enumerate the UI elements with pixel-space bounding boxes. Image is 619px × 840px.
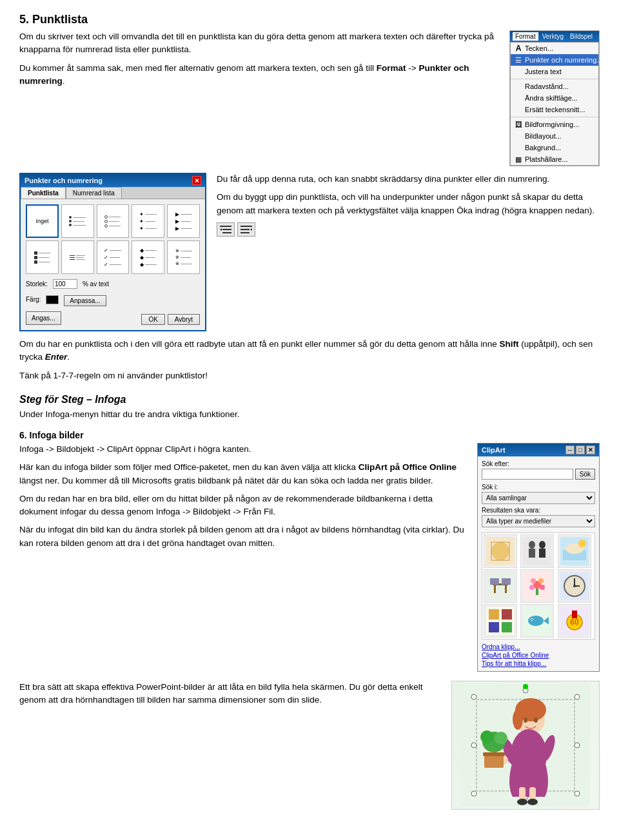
soik-i-dropdown[interactable]: Alla samlingar — [482, 492, 595, 504]
clipart-cell-7[interactable] — [484, 604, 517, 638]
svg-point-37 — [573, 585, 576, 587]
format-menu-title-bar: Format Verktyg Bildspel Fönst — [510, 31, 599, 42]
clipart-panel: ClipArt ─ □ ✕ Sök efter: Sök Sök i: Alla… — [477, 443, 600, 672]
clipart-cell-9[interactable]: 60 — [558, 604, 591, 638]
bullet-cell-custom[interactable]: ※ ※ ※ — [167, 240, 200, 274]
svg-point-30 — [529, 585, 535, 590]
bullet-cell-dashes[interactable] — [61, 240, 94, 274]
menu-item-justera[interactable]: Justera text — [511, 66, 598, 77]
tab-punktlista[interactable]: Punktlista — [21, 187, 66, 199]
section2-title: Steg för Steg – Infoga — [19, 394, 600, 405]
section3-p5: Ett bra sätt att skapa effektiva PowerPo… — [19, 681, 441, 707]
tips-link[interactable]: Tips för att hitta klipp... — [482, 660, 595, 667]
section3-content: Infoga -> Bildobjekt -> ClipArt öppnar C… — [19, 443, 600, 672]
clipart-minimize-btn[interactable]: ─ — [565, 445, 575, 454]
size-unit: % av text — [83, 280, 109, 288]
bullet-dots-8: ◆ ◆ ◆ — [140, 248, 157, 268]
tecken-icon: A — [513, 44, 524, 53]
bullet-cell-squares[interactable] — [26, 240, 59, 274]
menu-item-bakgrund[interactable]: Bakgrund... — [511, 142, 598, 153]
svg-point-55 — [575, 694, 580, 699]
svg-rect-15 — [539, 549, 545, 558]
svg-rect-6 — [241, 232, 250, 233]
clipart-img-2 — [523, 537, 551, 565]
bullet-cell-open[interactable] — [97, 204, 130, 238]
menu-item-radavstand[interactable]: Radavstånd... — [511, 81, 598, 92]
menu-item-bildlayout[interactable]: Bildlayout... — [511, 130, 598, 142]
menu-item-andra[interactable]: Ändra skiftläge... — [511, 92, 598, 104]
section3-p5-col: Ett bra sätt att skapa effektiva PowerPo… — [19, 681, 441, 712]
clipart-img-9: 60 — [560, 607, 589, 635]
ok-button[interactable]: OK — [141, 314, 164, 325]
svg-rect-22 — [494, 585, 496, 593]
svg-point-56 — [575, 743, 580, 748]
clipart-footer: Ordna klipp... ClipArt på Office Online … — [482, 643, 595, 667]
svg-marker-3 — [220, 228, 222, 231]
increase-indent-icon[interactable] — [237, 222, 255, 237]
bullet-cell-none[interactable]: Inget — [26, 204, 59, 238]
decrease-indent-icon[interactable] — [217, 222, 235, 237]
svg-point-9 — [491, 542, 509, 560]
menu-item-tecken[interactable]: A Tecken... — [511, 43, 598, 54]
clipart-cell-6[interactable] — [558, 569, 591, 603]
bullet-cell-stars[interactable]: ✦ ✦ ✦ — [132, 204, 164, 238]
menu-item-ersatt[interactable]: Ersätt teckensnitt... — [511, 104, 598, 115]
underpunkter-info: Om du byggt upp din punktlista, och vill… — [217, 191, 600, 217]
dialog-close-button[interactable]: ✕ — [192, 176, 201, 185]
indent-icons — [217, 222, 600, 237]
search-button[interactable]: Sök — [575, 469, 595, 480]
bullet-cell-arrows[interactable]: ▶ ▶ ▶ — [167, 204, 200, 238]
menu-item-punkter[interactable]: ☰ Punkter och numrering... — [511, 54, 598, 66]
bullet-dots-2 — [104, 215, 121, 228]
bullet-grid: Inget — [26, 204, 200, 274]
page-title: 5. Punktlista — [19, 13, 600, 26]
clipart-cell-1[interactable] — [484, 534, 517, 568]
svg-point-28 — [531, 578, 536, 583]
clipart-cell-8[interactable] — [520, 604, 554, 638]
bullet-dots-3: ✦ ✦ ✦ — [139, 211, 157, 231]
search-input[interactable] — [482, 469, 573, 480]
bullet-cell-circles[interactable] — [61, 204, 94, 238]
bullet-cell-checks[interactable]: ✓ ✓ ✓ — [97, 240, 130, 274]
menu-item-platshallare[interactable]: ▦ Platshållare... — [511, 153, 598, 165]
section2-subtitle: Under Infoga-menyn hittar du tre andra v… — [19, 408, 600, 421]
bullet-cell-diamonds[interactable]: ◆ ◆ ◆ — [132, 240, 164, 274]
menu-fonst-label: Fönst — [596, 32, 618, 41]
dialog-body: Inget — [21, 199, 205, 330]
size-label: Storlek: — [26, 280, 48, 288]
menu-separator-1 — [511, 79, 598, 79]
clipart-img-8 — [523, 607, 551, 635]
anpassa-button[interactable]: Anpassa... — [64, 295, 106, 306]
clipart-img-5 — [523, 572, 551, 600]
clipart-img-3 — [560, 537, 589, 565]
menu-verktyg-label: Verktyg — [540, 32, 566, 41]
cancel-button[interactable]: Avbryt — [168, 314, 200, 325]
dialog-footer: Storlek: % av text — [26, 279, 200, 289]
size-input[interactable] — [53, 279, 77, 289]
clipart-online-link[interactable]: ClipArt på Office Online — [482, 652, 595, 659]
clipart-body: Sök efter: Sök Sök i: Alla samlingar Res… — [478, 456, 599, 671]
decrease-indent-svg — [219, 224, 232, 235]
clipart-cell-3[interactable] — [558, 534, 591, 568]
ordna-klipp-link[interactable]: Ordna klipp... — [482, 643, 595, 650]
menu-item-bildformgivning[interactable]: 🖼 Bildformgivning... — [511, 119, 598, 130]
tab-numrerad[interactable]: Numrerad lista — [66, 187, 122, 199]
clipart-cell-4[interactable] — [484, 569, 517, 603]
svg-point-75 — [524, 718, 527, 723]
section3-bottom: Ett bra sätt att skapa effektiva PowerPo… — [19, 681, 600, 810]
clipart-maximize-btn[interactable]: □ — [576, 445, 585, 454]
svg-point-19 — [578, 540, 586, 547]
dialog-text-area: Du får då upp denna ruta, och kan snabbt… — [217, 173, 600, 237]
clipart-image-grid: 60 — [482, 532, 595, 640]
angas-button[interactable]: Angas... — [26, 311, 61, 325]
clipart-close-btn[interactable]: ✕ — [586, 445, 595, 454]
clipart-cell-2[interactable] — [520, 534, 554, 568]
resultat-dropdown[interactable]: Alla typer av mediefiler — [482, 515, 595, 527]
clipart-cell-5[interactable] — [520, 569, 554, 603]
svg-rect-51 — [572, 610, 577, 618]
color-picker[interactable] — [46, 295, 59, 304]
clipart-title-bar: ClipArt ─ □ ✕ — [478, 444, 599, 456]
clipart-img-7 — [486, 607, 515, 635]
menu-separator-2 — [511, 117, 598, 117]
dialog-color-row: Färg: Anpassa... — [26, 293, 200, 306]
